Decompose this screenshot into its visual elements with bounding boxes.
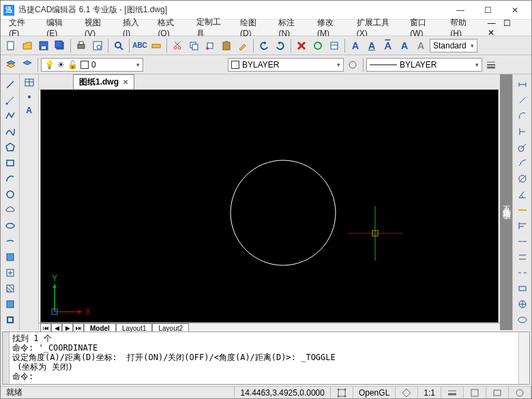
- polyline-tool[interactable]: [3, 108, 18, 123]
- drawing-canvas[interactable]: X Y: [40, 89, 499, 323]
- make-block-tool[interactable]: [3, 266, 18, 280]
- find-button[interactable]: [111, 38, 126, 53]
- inspect-tool[interactable]: [515, 313, 530, 327]
- command-window[interactable]: 找到 1 个 命令: '_COORDINATE 设定角度(A)/距离(D)坐标:…: [2, 331, 530, 385]
- layer-states-button[interactable]: [20, 57, 35, 72]
- text-style-combo[interactable]: Standard▾: [430, 39, 477, 53]
- center-mark-tool[interactable]: [515, 297, 530, 312]
- gradient-tool[interactable]: [3, 297, 18, 312]
- svg-rect-20: [223, 42, 230, 50]
- revcloud-tool[interactable]: [3, 203, 18, 218]
- lineweight-settings-button[interactable]: [484, 57, 499, 72]
- status-coordinates[interactable]: 14.4463,3.4925,0.0000: [235, 387, 330, 398]
- dim-linear-tool[interactable]: [515, 77, 530, 91]
- arc-tool[interactable]: [3, 171, 18, 186]
- copy-with-base-button[interactable]: [203, 38, 218, 53]
- region-tool[interactable]: [3, 313, 18, 327]
- status-scale[interactable]: 1:1: [418, 387, 441, 398]
- measure-button[interactable]: [149, 38, 164, 53]
- mtext-tool[interactable]: A: [26, 106, 32, 115]
- text-style-a1[interactable]: A: [348, 38, 363, 53]
- ellipse-tool[interactable]: [3, 219, 18, 233]
- new-button[interactable]: [3, 38, 18, 53]
- refresh-button[interactable]: [310, 38, 325, 53]
- draw-toolbar: [1, 74, 20, 330]
- canvas-svg: X Y: [41, 90, 498, 322]
- table-tool[interactable]: [24, 77, 35, 90]
- delete-button[interactable]: [294, 38, 309, 53]
- tolerance-tool[interactable]: [515, 282, 530, 296]
- ray-tool[interactable]: [3, 93, 18, 107]
- lineweight-combo[interactable]: BYLAYER ▾: [366, 58, 482, 72]
- svg-rect-6: [79, 42, 83, 44]
- paste-button[interactable]: [219, 38, 234, 53]
- spellcheck-button[interactable]: ABC: [132, 38, 147, 53]
- insert-block-tool[interactable]: [3, 250, 18, 265]
- save-all-button[interactable]: [53, 38, 68, 53]
- point-tool[interactable]: [24, 91, 35, 104]
- modify-toolbar: A: [20, 74, 39, 330]
- document-tab[interactable]: 图纸1.dwg ✕: [73, 74, 134, 89]
- dim-aligned-tool[interactable]: [515, 93, 530, 107]
- linetype-combo[interactable]: BYLAYER ▾: [228, 58, 344, 72]
- status-extra[interactable]: [509, 387, 531, 398]
- mdi-maximize-button[interactable]: ☐: [501, 18, 514, 28]
- redo-button[interactable]: [273, 38, 288, 53]
- layer-combo[interactable]: 💡 ☀ 🔓 0 ▾: [41, 58, 143, 72]
- command-scrollbar[interactable]: [518, 332, 529, 384]
- line-tool[interactable]: [3, 77, 18, 91]
- spline-tool[interactable]: [3, 124, 18, 138]
- print-preview-button[interactable]: [90, 38, 105, 53]
- command-grip[interactable]: [3, 332, 10, 384]
- layer-name: 0: [91, 60, 96, 70]
- command-text[interactable]: 找到 1 个 命令: '_COORDINATE 设定角度(A)/距离(D)坐标:…: [10, 332, 518, 384]
- dim-arc-tool[interactable]: [515, 108, 530, 123]
- status-snap[interactable]: [331, 387, 353, 398]
- hatch-tool[interactable]: [3, 282, 18, 296]
- circle-tool[interactable]: [3, 187, 18, 201]
- dim-radius-tool[interactable]: [515, 140, 530, 154]
- linetype-settings-button[interactable]: [345, 57, 360, 72]
- dim-angular-tool[interactable]: [515, 187, 530, 201]
- status-model-toggle[interactable]: [464, 387, 486, 398]
- status-tablet[interactable]: [486, 387, 509, 398]
- print-button[interactable]: [74, 38, 89, 53]
- close-button[interactable]: ✕: [501, 2, 529, 18]
- dim-continue-tool[interactable]: [515, 235, 530, 249]
- svg-rect-81: [519, 286, 526, 291]
- open-button[interactable]: [20, 38, 35, 53]
- quick-dim-tool[interactable]: [515, 203, 530, 218]
- dim-baseline-tool[interactable]: [515, 219, 530, 233]
- status-lineweight-toggle[interactable]: [441, 387, 464, 398]
- dim-jogged-tool[interactable]: [515, 156, 530, 170]
- sun-icon: ☀: [57, 60, 65, 70]
- dim-ordinate-tool[interactable]: [515, 124, 530, 138]
- dim-break-tool[interactable]: [515, 266, 530, 280]
- status-opengl[interactable]: OpenGL: [353, 387, 396, 398]
- dim-diameter-tool[interactable]: [515, 171, 530, 186]
- rectangle-tool[interactable]: [3, 156, 18, 170]
- svg-rect-94: [494, 390, 501, 396]
- dim-space-tool[interactable]: [515, 250, 530, 265]
- text-style-a2[interactable]: A: [364, 38, 379, 53]
- status-ortho[interactable]: [396, 387, 418, 398]
- text-style-a3[interactable]: A̅: [381, 38, 396, 53]
- properties-button[interactable]: [327, 38, 342, 53]
- document-tab-close[interactable]: ✕: [123, 78, 128, 86]
- standard-toolbar: ABC A A A̅ A A Standard▾: [1, 36, 531, 55]
- cut-button[interactable]: [170, 38, 185, 53]
- ellipse-arc-tool[interactable]: [3, 235, 18, 249]
- svg-rect-17: [192, 44, 198, 50]
- save-button[interactable]: [36, 38, 51, 53]
- layer-manager-button[interactable]: [3, 57, 18, 72]
- tool-palette-tab[interactable]: 工具选项板: [500, 74, 512, 330]
- polygon-tool[interactable]: [3, 140, 18, 154]
- text-style-a5[interactable]: A: [413, 38, 428, 53]
- text-style-a4[interactable]: A: [397, 38, 412, 53]
- match-properties-button[interactable]: [235, 38, 250, 53]
- layers-toolbar: 💡 ☀ 🔓 0 ▾ BYLAYER ▾ BYLAYER ▾: [1, 55, 531, 74]
- menubar: 文件(F) 编辑(E) 视图(V) 插入(I) 格式(O) 定制工具 绘图(D)…: [1, 20, 531, 36]
- undo-button[interactable]: [256, 38, 271, 53]
- mdi-minimize-button[interactable]: —: [485, 18, 499, 28]
- copy-button[interactable]: [186, 38, 201, 53]
